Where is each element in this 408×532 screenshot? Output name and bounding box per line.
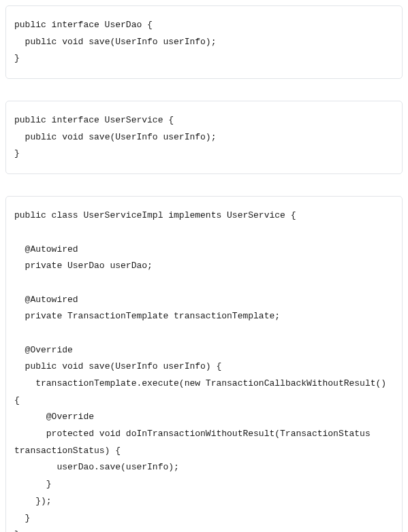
code-content: public interface UserService { public vo…: [14, 112, 394, 163]
code-block-2: public interface UserService { public vo…: [5, 101, 403, 174]
code-content: public interface UserDao { public void s…: [14, 17, 394, 67]
code-content: public class UserServiceImpl implements …: [14, 207, 394, 532]
code-block-1: public interface UserDao { public void s…: [5, 5, 403, 79]
code-block-3: public class UserServiceImpl implements …: [5, 196, 403, 532]
